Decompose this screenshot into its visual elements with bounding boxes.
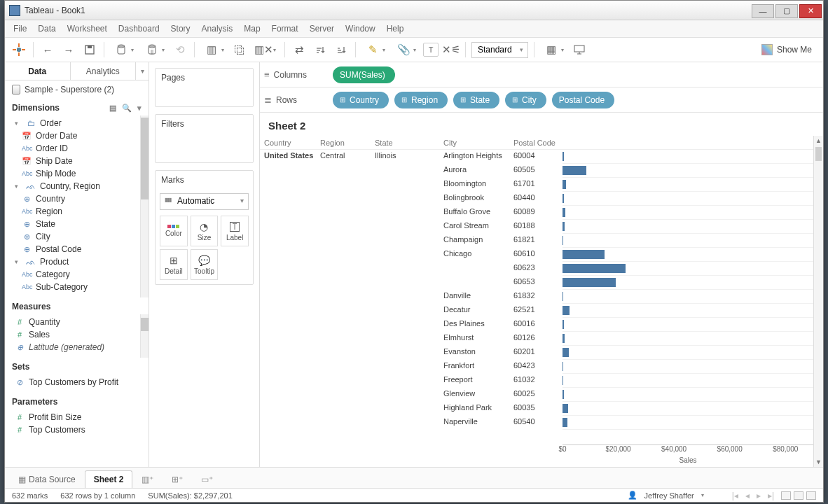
bar[interactable]	[563, 320, 564, 329]
view-cards-button[interactable]: ▦▾	[540, 41, 567, 58]
bar[interactable]	[563, 180, 566, 189]
presentation-button[interactable]	[571, 41, 588, 58]
tableau-logo-icon[interactable]	[11, 41, 27, 58]
bar-row[interactable]	[563, 360, 813, 374]
pill-state[interactable]: ⊞State	[453, 92, 499, 108]
new-sheet-button[interactable]: ▥⁺	[132, 470, 163, 488]
refresh-button[interactable]: ⟲	[172, 41, 188, 58]
sort-asc-button[interactable]	[312, 41, 329, 58]
label-toggle-button[interactable]: T	[423, 43, 439, 57]
field-ship-date[interactable]: 📅Ship Date	[9, 155, 144, 167]
save-button[interactable]	[81, 41, 98, 58]
pages-card[interactable]: Pages	[155, 68, 254, 107]
scroll-thumb[interactable]	[815, 147, 822, 161]
bar[interactable]	[563, 418, 567, 427]
pane-menu-icon[interactable]: ▾	[136, 62, 149, 80]
folder-product[interactable]: ▾ᨒProduct	[9, 255, 144, 268]
field-country[interactable]: ⊕Country	[9, 192, 144, 205]
bar-row[interactable]	[563, 276, 813, 290]
nav-prev-icon[interactable]: ◂	[745, 491, 750, 500]
bar[interactable]	[563, 194, 564, 203]
field-order-date[interactable]: 📅Order Date	[9, 130, 144, 142]
view-mode-3-icon[interactable]	[806, 491, 816, 500]
view-as-icon[interactable]: ▤	[109, 104, 116, 113]
menu-icon[interactable]: ▾	[137, 104, 142, 113]
menu-window[interactable]: Window	[345, 24, 375, 34]
swap-button[interactable]: ⇄	[291, 41, 308, 58]
bar-row[interactable]	[563, 332, 813, 346]
menu-format[interactable]: Format	[272, 24, 298, 34]
group-button[interactable]: 📎▾	[392, 41, 419, 58]
scroll-up-icon[interactable]: ▲	[814, 137, 823, 144]
bar-row[interactable]	[563, 220, 813, 234]
sheet-title[interactable]: Sheet 2	[260, 113, 823, 136]
pill-region[interactable]: ⊞Region	[394, 92, 448, 108]
bar-row[interactable]	[563, 248, 813, 262]
bar[interactable]	[563, 334, 565, 343]
bar[interactable]	[563, 404, 568, 413]
menu-file[interactable]: File	[13, 24, 27, 34]
tab-datasource[interactable]: ▦Data Source	[9, 470, 85, 488]
new-dashboard-button[interactable]: ⊞⁺	[163, 470, 192, 488]
bar[interactable]	[563, 152, 564, 161]
bar[interactable]	[563, 376, 563, 385]
nav-last-icon[interactable]: ▸|	[768, 491, 774, 500]
minimize-button[interactable]: —	[752, 4, 774, 18]
clear-filter-button[interactable]: ✕⚟	[443, 41, 460, 58]
maximize-button[interactable]: ▢	[775, 4, 798, 18]
menu-data[interactable]: Data	[38, 24, 55, 34]
datasource-item[interactable]: Sample - Superstore (2)	[5, 80, 149, 99]
pill-sum-sales[interactable]: SUM(Sales)	[333, 66, 395, 83]
bar[interactable]	[563, 292, 563, 301]
columns-shelf[interactable]: ≡Columns SUM(Sales)	[260, 62, 823, 88]
field-city[interactable]: ⊕City	[9, 230, 144, 243]
clear-button[interactable]: ▥✕▾	[252, 41, 279, 58]
close-button[interactable]: ✕	[799, 4, 822, 18]
bar-row[interactable]	[563, 206, 813, 220]
field-category[interactable]: AbcCategory	[9, 268, 144, 281]
menu-help[interactable]: Help	[387, 24, 404, 34]
bar-row[interactable]	[563, 262, 813, 276]
bar[interactable]	[563, 390, 564, 399]
bar[interactable]	[563, 348, 569, 357]
bar[interactable]	[563, 306, 570, 315]
viz-table[interactable]: Country United States Region Central Sta…	[260, 136, 813, 467]
field-ship-mode[interactable]: AbcShip Mode	[9, 167, 144, 180]
bar[interactable]	[563, 236, 563, 245]
bar[interactable]	[563, 278, 616, 287]
bar-row[interactable]	[563, 178, 813, 192]
bar-row[interactable]	[563, 192, 813, 206]
filters-card[interactable]: Filters	[155, 114, 254, 163]
bar-row[interactable]	[563, 234, 813, 248]
bar-row[interactable]	[563, 164, 813, 178]
field-quantity[interactable]: #Quantity	[9, 316, 144, 328]
field-state[interactable]: ⊕State	[9, 218, 144, 230]
viz-scrollbar[interactable]: ▲ ▼	[813, 136, 823, 467]
pill-country[interactable]: ⊞Country	[333, 92, 389, 108]
folder-order[interactable]: ▾🗀Order	[9, 117, 144, 130]
folder-country-region[interactable]: ▾ᨒCountry, Region	[9, 180, 144, 192]
menu-story[interactable]: Story	[171, 24, 191, 34]
duplicate-button[interactable]: ⿻	[231, 41, 248, 58]
search-icon[interactable]: 🔍	[122, 104, 132, 113]
bar-row[interactable]	[563, 374, 813, 388]
tab-sheet2[interactable]: Sheet 2	[85, 470, 133, 488]
nav-first-icon[interactable]: |◂	[732, 491, 738, 500]
bar-row[interactable]	[563, 416, 813, 430]
mark-label-button[interactable]: 🅃Label	[221, 216, 249, 246]
menu-worksheet[interactable]: Worksheet	[67, 24, 107, 34]
new-worksheet-button[interactable]: ▥▾	[200, 41, 227, 58]
menu-server[interactable]: Server	[310, 24, 334, 34]
nav-next-icon[interactable]: ▸	[757, 491, 761, 500]
user-menu-caret[interactable]: ▾	[701, 492, 704, 498]
sort-desc-button[interactable]	[333, 41, 350, 58]
set-top-customers[interactable]: ⊘Top Customers by Profit	[9, 376, 144, 388]
bar-row[interactable]	[563, 346, 813, 360]
show-me-button[interactable]: Show Me	[761, 44, 817, 55]
param-profit-bin[interactable]: #Profit Bin Size	[9, 411, 144, 424]
menu-dashboard[interactable]: Dashboard	[118, 24, 160, 34]
mark-size-button[interactable]: ◔Size	[191, 216, 219, 246]
tab-analytics[interactable]: Analytics	[71, 62, 137, 80]
back-button[interactable]: ←	[39, 41, 56, 58]
field-sales[interactable]: #Sales	[9, 328, 144, 341]
